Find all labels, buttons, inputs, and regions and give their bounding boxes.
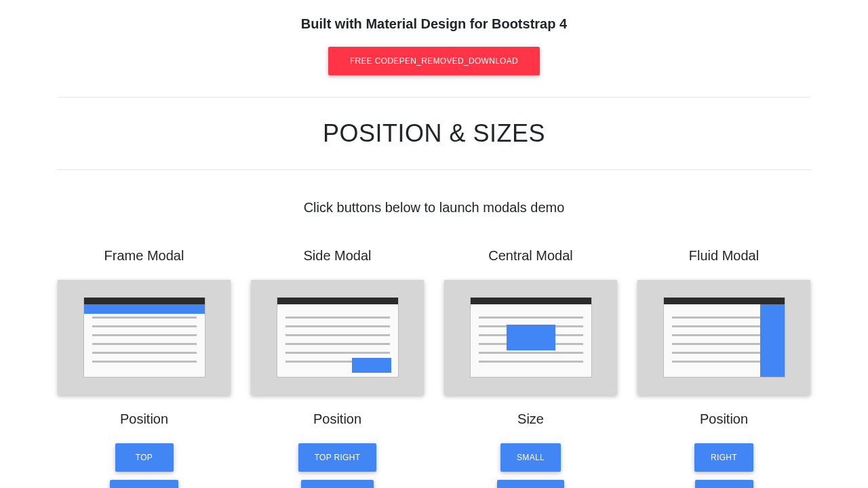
divider	[58, 169, 810, 170]
hero-title: Built with Material Design for Bootstrap…	[58, 16, 810, 32]
card-title: Fluid Modal	[637, 248, 810, 264]
card-option-title: Position	[251, 411, 424, 427]
thumb-side[interactable]	[251, 280, 424, 395]
frame-top-button[interactable]: Top	[115, 443, 174, 472]
section-title: POSITION & SIZES	[58, 119, 810, 148]
card-title: Central Modal	[444, 248, 617, 264]
frame-bottom-button[interactable]: Bottom	[110, 480, 178, 488]
central-small-button[interactable]: Small	[500, 443, 561, 472]
side-top-left-button[interactable]: Top left	[301, 480, 374, 488]
thumb-fluid[interactable]	[637, 280, 810, 395]
card-title: Frame Modal	[58, 248, 231, 264]
card-frame-modal: Frame Modal Position Top Bottom	[58, 248, 231, 488]
card-title: Side Modal	[251, 248, 424, 264]
card-option-title: Size	[444, 411, 617, 427]
thumb-central[interactable]	[444, 280, 617, 395]
side-top-right-button[interactable]: Top right	[298, 443, 377, 472]
section-subtitle: Click buttons below to launch modals dem…	[58, 200, 810, 216]
central-medium-button[interactable]: Medium	[497, 480, 564, 488]
modal-cards-row: Frame Modal Position Top Bottom Side Mod…	[58, 248, 810, 488]
thumb-frame[interactable]	[58, 280, 231, 395]
card-side-modal: Side Modal Position Top right Top left	[251, 248, 424, 488]
fluid-right-button[interactable]: Right	[694, 443, 753, 472]
free-download-button[interactable]: FREE CODEPEN_REMOVED_DOWNLOAD	[328, 47, 540, 75]
card-central-modal: Central Modal Size Small Medium	[444, 248, 617, 488]
card-option-title: Position	[637, 411, 810, 427]
card-option-title: Position	[58, 411, 231, 427]
divider	[58, 97, 810, 98]
fluid-left-button[interactable]: Left	[695, 480, 753, 488]
card-fluid-modal: Fluid Modal Position Right Left	[637, 248, 810, 488]
